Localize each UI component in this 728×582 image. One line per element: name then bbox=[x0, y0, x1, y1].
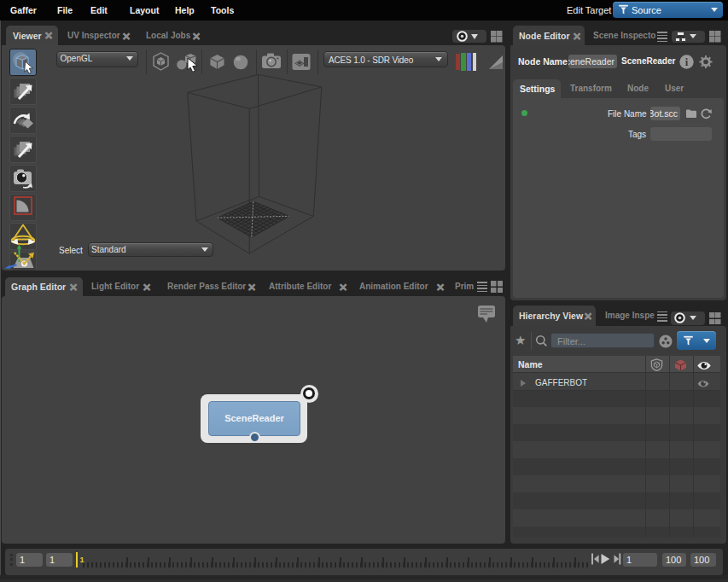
svg-text:i: i bbox=[685, 56, 689, 68]
